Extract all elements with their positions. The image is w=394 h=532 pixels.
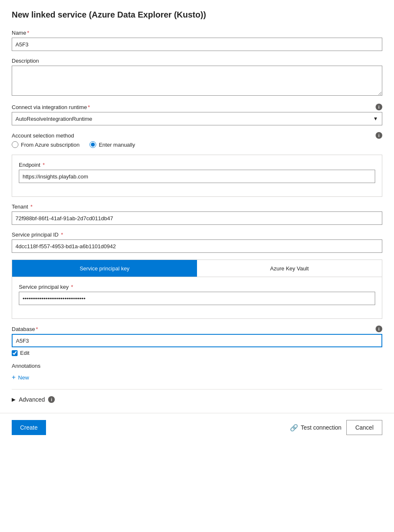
advanced-row[interactable]: ▶ Advanced i [12,396,382,403]
new-button-label: New [18,374,29,381]
endpoint-section: Endpoint * [12,155,382,197]
tab-azure-key-vault[interactable]: Azure Key Vault [197,260,382,277]
annotations-title: Annotations [12,363,382,369]
page-title: New linked service (Azure Data Explorer … [12,10,382,20]
account-selection-radio-group: From Azure subscription Enter manually [12,141,382,148]
name-label: Name * [12,30,29,36]
database-label: Database [12,326,35,332]
edit-checkbox-row: Edit [12,350,382,356]
service-principal-key-required: * [71,284,73,290]
service-principal-id-label: Service principal ID * [12,232,382,238]
radio-enter-manually-option[interactable]: Enter manually [90,141,135,148]
tenant-input[interactable] [12,211,382,225]
test-connection-icon: 🔗 [290,424,298,432]
description-textarea[interactable] [12,66,382,96]
account-selection-info-icon[interactable]: i [376,132,382,139]
cancel-button[interactable]: Cancel [346,420,382,435]
integration-runtime-select-wrapper: AutoResolveIntegrationRuntime ▼ [12,112,382,125]
endpoint-required: * [43,162,45,168]
section-divider [12,389,382,389]
test-connection-button[interactable]: 🔗 Test connection [290,424,341,432]
radio-enter-manually[interactable] [90,141,96,148]
database-input[interactable] [12,334,382,347]
endpoint-input[interactable] [19,170,375,183]
advanced-chevron-icon: ▶ [12,397,15,402]
description-group: Description [12,58,382,97]
edit-label: Edit [20,350,29,356]
service-principal-id-input[interactable] [12,239,382,253]
integration-runtime-required: * [88,104,90,110]
plus-icon: + [12,374,15,381]
database-info-icon[interactable]: i [376,326,382,332]
service-principal-id-required: * [61,232,63,238]
test-connection-label: Test connection [301,424,341,431]
tenant-group: Tenant * [12,204,382,225]
create-button[interactable]: Create [12,420,46,435]
radio-from-azure-option[interactable]: From Azure subscription [12,141,79,148]
database-group: Database * i Edit [12,326,382,356]
tenant-required: * [31,204,33,210]
account-selection-group: Account selection method i From Azure su… [12,132,382,148]
advanced-label: Advanced [19,396,45,403]
endpoint-group: Endpoint * [19,162,375,183]
integration-runtime-group: Connect via integration runtime * i Auto… [12,104,382,125]
service-principal-id-group: Service principal ID * [12,232,382,253]
new-annotation-button[interactable]: + New [12,372,29,382]
account-selection-label: Account selection method [12,132,74,139]
database-required: * [36,326,38,332]
radio-from-azure-label: From Azure subscription [21,142,79,148]
tenant-label: Tenant * [12,204,382,210]
radio-enter-manually-label: Enter manually [99,142,135,148]
name-input[interactable] [12,38,382,51]
service-principal-key-group: Service principal key * [19,284,375,305]
tab-service-principal-key[interactable]: Service principal key [12,260,197,277]
footer: Create 🔗 Test connection Cancel [0,413,394,442]
integration-runtime-select[interactable]: AutoResolveIntegrationRuntime [12,112,382,125]
credential-tab-row: Service principal key Azure Key Vault [12,260,382,277]
radio-from-azure[interactable] [12,141,18,148]
description-label: Description [12,58,382,64]
footer-right: 🔗 Test connection Cancel [290,420,382,435]
name-group: Name * [12,30,382,51]
endpoint-label: Endpoint * [19,162,375,168]
service-principal-key-input[interactable] [19,292,375,305]
annotations-section: Annotations + New [12,363,382,382]
service-principal-key-content: Service principal key * [12,277,382,319]
edit-checkbox[interactable] [12,350,18,356]
advanced-info-icon[interactable]: i [48,396,55,403]
integration-runtime-label: Connect via integration runtime [12,104,87,110]
integration-runtime-info-icon[interactable]: i [376,104,382,110]
name-required: * [27,30,29,36]
service-principal-key-label: Service principal key * [19,284,375,290]
